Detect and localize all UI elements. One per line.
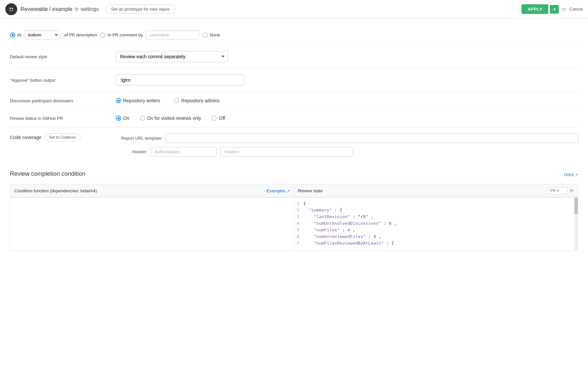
radio-circle-at[interactable]: [10, 32, 15, 38]
at-label: At: [17, 32, 21, 37]
review-completion-section: Review completion condition Docs ↗ Condi…: [10, 163, 578, 259]
none-label: None: [210, 32, 220, 37]
gear-icon: ⚙: [74, 6, 79, 12]
external-link-icon: ↗: [575, 173, 578, 177]
json-line-4: 4 "numUnresolvedDiscussions" : 8 ,: [294, 220, 572, 227]
dismissers-controls: Repository writers Repository admins: [116, 98, 220, 103]
radio-circle-on[interactable]: [116, 116, 121, 121]
condition-header: Condition function (dependencies: lodash…: [10, 184, 294, 197]
json-line-2: 2 "summary" : {: [294, 207, 572, 213]
coverage-right: Report URL template: Header:: [121, 133, 578, 157]
completion-title: Review completion condition: [10, 170, 85, 177]
placement-radio-2[interactable]: In PR comment by: [100, 32, 143, 38]
condition-editor: [10, 198, 294, 251]
report-url-label: Report URL template:: [121, 136, 162, 141]
svg-point-2: [12, 8, 13, 9]
json-line-6: 6 "numUnreviewedFiles" : 4 ,: [294, 233, 572, 240]
radio-dot-writers: [117, 100, 120, 102]
placement-dropdown[interactable]: bottom top: [24, 30, 61, 39]
json-line-1: 1 {: [294, 200, 572, 207]
coverage-label: Code coverage: [10, 135, 41, 140]
json-line-7: 7 "numFilesReviewedByAtLeast" : [: [294, 240, 572, 247]
review-status-radio-visited[interactable]: On for visited reviews only: [140, 116, 201, 121]
condition-header-label: Condition function (dependencies: lodash…: [14, 188, 97, 193]
json-lines: 1 { 2 "summary" : { 3: [294, 198, 578, 249]
examples-link[interactable]: Examples ↗: [267, 188, 290, 193]
authorization-input[interactable]: [151, 147, 217, 157]
in-pr-comment-label: In PR comment by: [107, 32, 143, 37]
approve-input[interactable]: [116, 74, 245, 86]
header-label: Header:: [121, 149, 147, 154]
radio-circle-writers[interactable]: [116, 98, 121, 103]
coverage-label-col: Code coverage Set to Codecov: [10, 133, 116, 141]
review-status-radio-off[interactable]: Off: [212, 116, 225, 121]
scrollbar-track: [574, 198, 578, 251]
apply-dropdown-button[interactable]: ▼: [550, 5, 559, 14]
cancel-button[interactable]: Cancel: [569, 7, 583, 12]
navbar: Reviewable / example ⚙ settings Set as p…: [0, 0, 588, 19]
writers-label: Repository writers: [123, 98, 160, 103]
report-url-input[interactable]: [166, 133, 578, 143]
coverage-header-row: Header:: [121, 147, 578, 157]
radio-circle-admins[interactable]: [174, 98, 179, 103]
radio-dot-at: [12, 34, 14, 36]
pr-controls: ⟳: [548, 187, 574, 194]
dismissers-section: Discussion participant dismissers Reposi…: [10, 92, 578, 110]
placement-radio-1[interactable]: At: [10, 32, 21, 38]
review-status-section: Review status in GitHub PR On On for vis…: [10, 110, 578, 127]
radio-dot-on: [117, 117, 120, 119]
radio-circle-none[interactable]: [202, 32, 208, 38]
username-input[interactable]: [146, 30, 199, 39]
radio-circle-visited[interactable]: [140, 116, 145, 121]
svg-point-1: [10, 8, 11, 9]
section-title-row: Review completion condition Docs ↗: [10, 170, 578, 179]
prototype-button[interactable]: Set as prototype for new repos: [105, 5, 175, 14]
coverage-url-row: Report URL template:: [121, 133, 578, 143]
review-style-controls: Review each commit separately Review all…: [116, 51, 228, 62]
off-label: Off: [219, 116, 225, 121]
dismissers-radio-writers[interactable]: Repository writers: [116, 98, 160, 103]
app-logo[interactable]: [5, 3, 17, 15]
review-state-label: Review state: [298, 188, 322, 193]
code-coverage-section: Code coverage Set to Codecov Report URL …: [10, 127, 578, 163]
apply-button[interactable]: APPLY: [522, 4, 548, 14]
review-status-radio-on[interactable]: On: [116, 116, 129, 121]
approve-controls: [116, 74, 245, 86]
docs-link[interactable]: Docs ↗: [564, 172, 578, 177]
set-codecov-button[interactable]: Set to Codecov: [45, 133, 80, 141]
dismissers-radio-admins[interactable]: Repository admins: [174, 98, 220, 103]
or-label: or: [562, 7, 566, 12]
radio-circle-comment[interactable]: [100, 32, 105, 38]
completion-content: 1 { 2 "summary" : { 3: [10, 198, 578, 251]
default-review-style-label: Default review style: [10, 54, 116, 59]
refresh-icon[interactable]: ⟳: [570, 188, 574, 193]
review-status-controls: On On for visited reviews only Off: [116, 116, 225, 121]
org-repo-title: Reviewable / example: [21, 6, 72, 12]
token-input[interactable]: [220, 147, 353, 157]
admins-label: Repository admins: [181, 98, 220, 103]
review-state-header: Review state ⟳: [294, 184, 578, 197]
json-line-3: 3 "lastRevision" : "r5" ,: [294, 213, 572, 220]
json-line-5: 5 "numFiles" : 4 ,: [294, 227, 572, 233]
main-content: At bottom top of PR description In PR co…: [0, 19, 588, 265]
radio-circle-off[interactable]: [212, 116, 217, 121]
scrollbar-thumb[interactable]: [574, 198, 578, 214]
settings-label: settings: [81, 6, 99, 12]
apply-btn-group: APPLY ▼ or Cancel: [522, 4, 583, 14]
dismissers-label: Discussion participant dismissers: [10, 98, 116, 103]
placement-row: At bottom top of PR description In PR co…: [10, 25, 578, 45]
of-pr-label: of PR description: [64, 32, 97, 37]
review-style-dropdown[interactable]: Review each commit separately Review all…: [116, 51, 228, 62]
visited-label: On for visited reviews only: [147, 116, 201, 121]
completion-grid: Condition function (dependencies: lodash…: [10, 184, 578, 251]
approve-button-section: "Approve" button output: [10, 69, 578, 92]
examples-external-icon: ↗: [287, 189, 290, 193]
pr-number-input[interactable]: [548, 187, 568, 194]
svg-point-0: [8, 6, 15, 13]
approve-button-label: "Approve" button output: [10, 78, 116, 83]
placement-radio-3[interactable]: None: [202, 32, 220, 38]
on-label: On: [123, 116, 129, 121]
review-status-label: Review status in GitHub PR: [10, 116, 116, 121]
default-review-style-section: Default review style Review each commit …: [10, 45, 578, 69]
condition-textarea[interactable]: [13, 200, 291, 247]
